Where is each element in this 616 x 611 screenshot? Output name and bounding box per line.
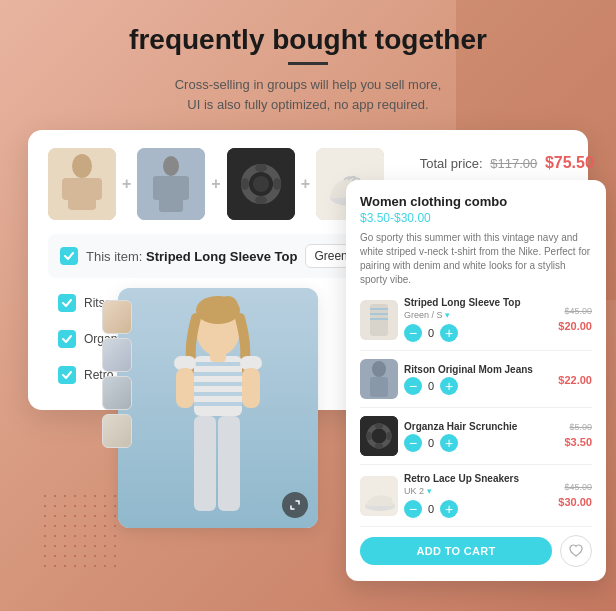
svg-rect-30 bbox=[240, 356, 262, 370]
svg-rect-32 bbox=[242, 368, 260, 408]
product-thumb-1[interactable] bbox=[48, 148, 116, 220]
sub-item-checkbox-1[interactable] bbox=[58, 294, 76, 312]
svg-rect-39 bbox=[370, 313, 388, 315]
svg-point-14 bbox=[255, 196, 267, 204]
plus-1: + bbox=[122, 175, 131, 193]
right-prod-price-4: $45.00 $30.00 bbox=[558, 482, 592, 510]
thumb-strip-item-1[interactable] bbox=[102, 300, 132, 334]
right-prod-thumb-4 bbox=[360, 476, 398, 516]
svg-rect-33 bbox=[194, 416, 216, 511]
qty-decrease-1[interactable]: − bbox=[404, 324, 422, 342]
sub-item-checkbox-2[interactable] bbox=[58, 330, 76, 348]
qty-decrease-4[interactable]: − bbox=[404, 500, 422, 518]
qty-control-3: − 0 + bbox=[404, 434, 558, 452]
svg-point-22 bbox=[218, 296, 238, 316]
plus-2: + bbox=[211, 175, 220, 193]
svg-rect-29 bbox=[174, 356, 196, 370]
right-prod-thumb-1 bbox=[360, 300, 398, 340]
page-title: frequently bought together bbox=[129, 24, 487, 56]
svg-rect-8 bbox=[153, 176, 163, 200]
title-underline bbox=[288, 62, 328, 65]
this-item-label: This item: Striped Long Sleeve Top bbox=[86, 249, 297, 264]
svg-rect-24 bbox=[194, 362, 242, 366]
right-prod-variant-1: Green / S ▾ bbox=[404, 310, 552, 320]
thumb-strip-item-4[interactable] bbox=[102, 414, 132, 448]
svg-rect-3 bbox=[62, 178, 72, 200]
right-product-line-1: Striped Long Sleeve Top Green / S ▾ − 0 … bbox=[360, 297, 592, 351]
svg-point-48 bbox=[366, 432, 372, 440]
right-prod-price-2: $22.00 bbox=[558, 370, 592, 388]
right-product-line-4: Retro Lace Up Sneakers UK 2 ▾ − 0 + $45.… bbox=[360, 473, 592, 527]
right-prod-thumb-2 bbox=[360, 359, 398, 399]
svg-rect-35 bbox=[210, 350, 226, 362]
right-prod-price-3: $5.00 $3.50 bbox=[564, 422, 592, 450]
right-prod-name-2: Ritson Original Mom Jeans bbox=[404, 364, 552, 375]
right-prod-info-2: Ritson Original Mom Jeans − 0 + bbox=[404, 364, 552, 395]
total-price-line: Total price: $117.00 $75.50 bbox=[420, 154, 594, 172]
qty-value-3: 0 bbox=[428, 437, 434, 449]
qty-value-4: 0 bbox=[428, 503, 434, 515]
right-product-line-2: Ritson Original Mom Jeans − 0 + $22.00 bbox=[360, 359, 592, 408]
qty-decrease-2[interactable]: − bbox=[404, 377, 422, 395]
thumb-strip-item-3[interactable] bbox=[102, 376, 132, 410]
right-prod-info-1: Striped Long Sleeve Top Green / S ▾ − 0 … bbox=[404, 297, 552, 342]
bg-dots-decoration bbox=[40, 491, 120, 571]
svg-point-6 bbox=[163, 156, 179, 176]
sub-item-checkbox-3[interactable] bbox=[58, 366, 76, 384]
qty-increase-1[interactable]: + bbox=[440, 324, 458, 342]
svg-rect-31 bbox=[176, 368, 194, 408]
right-prod-variant-4: UK 2 ▾ bbox=[404, 486, 552, 496]
svg-rect-44 bbox=[360, 416, 398, 456]
right-prod-info-4: Retro Lace Up Sneakers UK 2 ▾ − 0 + bbox=[404, 473, 552, 518]
right-add-cart-button[interactable]: ADD TO CART bbox=[360, 537, 552, 565]
old-total-price: $117.00 bbox=[490, 156, 537, 171]
thumb-strip-item-2[interactable] bbox=[102, 338, 132, 372]
svg-rect-40 bbox=[370, 318, 388, 320]
right-card-title: Women clothing combo bbox=[360, 194, 592, 209]
qty-decrease-3[interactable]: − bbox=[404, 434, 422, 452]
qty-increase-2[interactable]: + bbox=[440, 377, 458, 395]
plus-3: + bbox=[301, 175, 310, 193]
svg-rect-2 bbox=[68, 178, 96, 210]
right-card-footer: ADD TO CART bbox=[360, 535, 592, 567]
svg-point-47 bbox=[375, 443, 383, 449]
thumb-strip bbox=[102, 300, 132, 448]
product-thumb-3[interactable] bbox=[227, 148, 295, 220]
this-item-checkbox[interactable] bbox=[60, 247, 78, 265]
qty-control-1: − 0 + bbox=[404, 324, 552, 342]
svg-point-1 bbox=[72, 154, 92, 178]
right-card-description: Go sporty this summer with this vintage … bbox=[360, 231, 592, 287]
right-card-price-range: $3.50-$30.00 bbox=[360, 211, 592, 225]
main-product-image-card bbox=[118, 288, 318, 528]
qty-increase-4[interactable]: + bbox=[440, 500, 458, 518]
new-total-price: $75.50 bbox=[545, 154, 594, 171]
expand-button[interactable] bbox=[282, 492, 308, 518]
svg-point-46 bbox=[375, 423, 383, 429]
qty-control-4: − 0 + bbox=[404, 500, 552, 518]
right-prod-name-3: Organza Hair Scrunchie bbox=[404, 421, 558, 432]
svg-rect-28 bbox=[194, 402, 242, 406]
right-floating-card: Women clothing combo $3.50-$30.00 Go spo… bbox=[346, 180, 606, 581]
right-prod-price-1: $45.00 $20.00 bbox=[558, 306, 592, 334]
right-prod-name-1: Striped Long Sleeve Top bbox=[404, 297, 552, 308]
svg-point-15 bbox=[241, 178, 249, 190]
right-prod-name-4: Retro Lace Up Sneakers bbox=[404, 473, 552, 484]
product-thumb-2[interactable] bbox=[137, 148, 205, 220]
qty-increase-3[interactable]: + bbox=[440, 434, 458, 452]
wishlist-button[interactable] bbox=[560, 535, 592, 567]
svg-point-49 bbox=[386, 432, 392, 440]
right-prod-info-3: Organza Hair Scrunchie − 0 + bbox=[404, 421, 558, 452]
qty-value-1: 0 bbox=[428, 327, 434, 339]
subtitle: Cross-selling in groups will help you se… bbox=[175, 75, 442, 114]
right-prod-thumb-3 bbox=[360, 416, 398, 456]
svg-point-13 bbox=[255, 164, 267, 172]
product-image bbox=[118, 288, 318, 528]
qty-control-2: − 0 + bbox=[404, 377, 552, 395]
svg-point-16 bbox=[273, 178, 281, 190]
svg-rect-4 bbox=[92, 178, 102, 200]
svg-rect-27 bbox=[194, 392, 242, 396]
svg-rect-38 bbox=[370, 308, 388, 310]
qty-value-2: 0 bbox=[428, 380, 434, 392]
svg-point-12 bbox=[253, 176, 269, 192]
svg-rect-25 bbox=[194, 372, 242, 376]
